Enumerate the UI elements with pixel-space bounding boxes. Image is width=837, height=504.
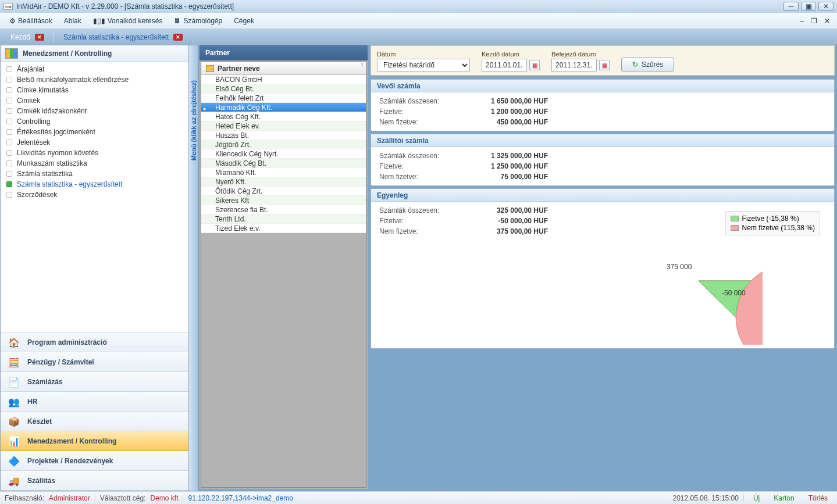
mdi-minimize-button[interactable]: –	[796, 16, 807, 26]
menu-barcode[interactable]: ▮▯▮Vonalkód keresés	[87, 15, 169, 27]
partner-row[interactable]: Huszas Bt.	[201, 131, 366, 140]
partner-row[interactable]: BACON GmbH	[201, 75, 366, 84]
sidebar-module[interactable]: 📄Számlázás	[1, 372, 188, 392]
close-button[interactable]: ✕	[818, 2, 834, 11]
module-icon: 📦	[8, 415, 20, 428]
legend-swatch-unpaid	[731, 225, 739, 231]
filter-bar: Dátum Fizetési határidő Kezdő dátum ▦ Be…	[371, 45, 835, 76]
date-type-select[interactable]: Fizetési határidő	[377, 59, 470, 72]
sidebar-item[interactable]: Controlling	[1, 116, 188, 127]
kv-value: 1 650 000,00 HUF	[478, 96, 548, 106]
kv-label: Fizetve:	[379, 216, 478, 226]
sidebar-item[interactable]: Számla statisztika	[1, 169, 188, 179]
partner-grid: Partner neve 1 BACON GmbHElső Cég Bt.Fel…	[200, 60, 368, 489]
tab-strip: Kezdő ✕ Számla statisztika - egyszerűsít…	[0, 29, 837, 45]
main-area: Menedzsment / Kontrolling ÁrajánlatBelső…	[0, 45, 837, 491]
sidebar-module[interactable]: 🏠Program adminisztráció	[1, 333, 188, 352]
sidebar-module[interactable]: 📊Menedzsment / Kontrolling	[1, 431, 188, 451]
sidebar-module[interactable]: 🚚Szállítás	[1, 471, 188, 491]
menu-label: Cégek	[234, 17, 254, 25]
menu-calculator[interactable]: 🖩Számológép	[168, 15, 228, 27]
calendar-icon[interactable]: ▦	[599, 60, 610, 70]
minimize-button[interactable]: ─	[783, 2, 799, 11]
end-date-input[interactable]	[551, 59, 597, 72]
module-label: Projektek / Rendezvények	[27, 457, 113, 465]
sidebar-item[interactable]: Árajánlat	[1, 64, 188, 74]
partner-row[interactable]: Miamanó Kft.	[201, 168, 366, 177]
sidebar-module[interactable]: 📦Készlet	[1, 412, 188, 431]
sidebar-item[interactable]: Likviditás nyomon követés	[1, 148, 188, 158]
tab-invoice-stats[interactable]: Számla statisztika - egyszerűsített ✕	[58, 31, 188, 44]
sidebar-item[interactable]: Szerződések	[1, 190, 188, 200]
partner-row[interactable]: Második Cég Bt.	[201, 159, 366, 168]
sidebar-item[interactable]: Számla statisztika - egyszerűsített	[1, 179, 188, 190]
module-label: Pénzügy / Számvitel	[27, 358, 94, 366]
menu-companies[interactable]: Cégek	[228, 15, 260, 27]
summary-panels: Vevői számla Számlák összesen:1 650 000,…	[371, 79, 835, 349]
partner-row[interactable]: Jégtörő Zrt.	[201, 140, 366, 149]
tab-close-icon[interactable]: ✕	[173, 34, 183, 41]
partner-column-header[interactable]: Partner neve 1	[201, 62, 366, 75]
sidebar-item[interactable]: Munkaszám statisztika	[1, 158, 188, 169]
module-label: HR	[27, 398, 37, 406]
partner-row[interactable]: Heted Elek ev.	[201, 121, 366, 131]
menubar: ⚙Beállítások Ablak ▮▯▮Vonalkód keresés 🖩…	[0, 13, 837, 29]
partner-row[interactable]: Első Cég Bt.	[201, 84, 366, 94]
partner-row[interactable]: Tenth Ltd.	[201, 215, 366, 224]
sidebar-item[interactable]: Cimkék	[1, 95, 188, 106]
mdi-close-button[interactable]: ✕	[821, 16, 834, 26]
row-indicator-icon	[204, 85, 213, 92]
partner-row[interactable]: Kilencedik Cég Nyrt.	[201, 149, 366, 159]
menu-window[interactable]: Ablak	[58, 15, 87, 27]
sidebar-item[interactable]: Értékesítés jogcímenként	[1, 127, 188, 137]
partner-row[interactable]: Sikeres Kft	[201, 196, 366, 205]
partner-row[interactable]: Harmadik Cég Kft.	[201, 103, 366, 112]
row-indicator-icon	[204, 206, 213, 213]
sidebar-module[interactable]: 👥HR	[1, 392, 188, 412]
menu-label: Számológép	[183, 17, 222, 25]
status-connection: 91.120.22.197,1344->ima2_demo	[188, 494, 293, 502]
partner-grid-body[interactable]: BACON GmbHElső Cég Bt.Felhők felett ZrtH…	[201, 75, 366, 487]
sidebar-module[interactable]: 🔷Projektek / Rendezvények	[1, 451, 188, 471]
menu-settings[interactable]: ⚙Beállítások	[3, 15, 58, 27]
mdi-restore-button[interactable]: ❐	[807, 16, 821, 26]
module-label: Számlázás	[27, 378, 63, 386]
partner-name: Heted Elek ev.	[215, 122, 260, 130]
partner-row[interactable]: Tized Elek e.v.	[201, 224, 366, 233]
sidebar-module[interactable]: 🧮Pénzügy / Számvitel	[1, 352, 188, 372]
sidebar-item[interactable]: Cimke kimutatás	[1, 85, 188, 95]
filter-label: Befejező dátum	[551, 51, 610, 58]
status-card-button[interactable]: Karton	[769, 494, 799, 502]
maximize-button[interactable]: ▣	[801, 2, 816, 11]
sidebar-item[interactable]: Cimkék időszakonként	[1, 106, 188, 116]
sidebar-collapse-handle[interactable]: Menü (klikk az elrejtéshez)	[189, 45, 198, 491]
sidebar-item[interactable]: Jelentések	[1, 137, 188, 148]
status-delete-button[interactable]: Törlés	[804, 494, 832, 502]
partner-name: Ötödik Cég Zrt.	[215, 187, 262, 195]
partner-name: Miamanó Kft.	[215, 169, 257, 177]
status-new-button[interactable]: Új	[749, 494, 764, 502]
partner-row[interactable]: Felhők felett Zrt	[201, 94, 366, 103]
sidebar-item-label: Controlling	[17, 117, 50, 126]
kv-value: 450 000,00 HUF	[478, 117, 548, 127]
partner-row[interactable]: Szerencse fia Bt.	[201, 205, 366, 215]
tab-close-icon[interactable]: ✕	[35, 34, 44, 41]
calendar-icon[interactable]: ▦	[529, 60, 540, 70]
filter-end-date: Befejező dátum ▦	[551, 51, 610, 72]
customer-invoice-panel: Vevői számla Számlák összesen:1 650 000,…	[371, 79, 835, 131]
partner-row[interactable]: Nyerő Kft.	[201, 177, 366, 187]
start-date-input[interactable]	[482, 59, 527, 72]
kv-label: Fizetve:	[379, 161, 478, 171]
partner-row[interactable]: Ötödik Cég Zrt.	[201, 187, 366, 196]
filter-button[interactable]: ↻ Szűrés	[621, 58, 674, 72]
pie-label-unpaid: 375 000	[667, 263, 692, 271]
sidebar-item[interactable]: Belső munkafolyamatok ellenőrzése	[1, 74, 188, 85]
sidebar-item-label: Likviditás nyomon követés	[17, 149, 98, 157]
partner-row[interactable]: Hatos Cég Kft.	[201, 112, 366, 121]
sort-indicator: 1	[361, 62, 364, 67]
sidebar-item-icon	[6, 77, 12, 83]
tab-home[interactable]: Kezdő ✕	[5, 31, 50, 44]
menu-label: Beállítások	[18, 17, 52, 25]
pie-label-paid: -50 000	[722, 289, 746, 297]
module-label: Program adminisztráció	[27, 338, 107, 346]
